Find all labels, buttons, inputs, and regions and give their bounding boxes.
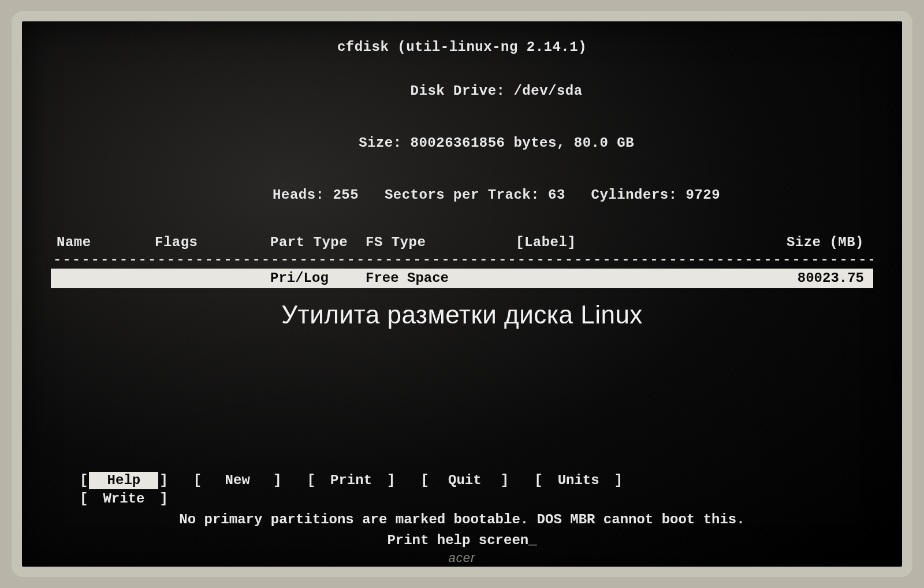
- overlay-caption: Утилита разметки диска Linux: [22, 299, 902, 330]
- status-warning: No primary partitions are marked bootabl…: [62, 511, 862, 529]
- col-fstype-header: FS Type: [366, 234, 516, 251]
- menu-print[interactable]: [Print]: [306, 472, 397, 489]
- menu-new[interactable]: [New]: [192, 472, 283, 489]
- cell-fs_type: Free Space: [366, 270, 516, 287]
- cell-label: [516, 270, 666, 287]
- menu-help[interactable]: [Help]: [79, 472, 169, 489]
- bracket-close-icon: ]: [272, 472, 282, 489]
- col-size-header: Size (MB): [666, 234, 867, 251]
- monitor-frame: cfdisk (util-linux-ng 2.14.1) Disk Drive…: [12, 11, 912, 577]
- menu-row-2: [Write]: [79, 490, 862, 508]
- disk-drive-line: Disk Drive: /dev/sda: [51, 65, 873, 117]
- status-hint: Print help screen: [62, 532, 862, 549]
- menu-label: New: [203, 472, 272, 489]
- partition-rows: Pri/LogFree Space80023.75: [51, 269, 873, 288]
- menu-area: [Help][New][Print][Quit][Units] [Write] …: [62, 472, 862, 549]
- table-row[interactable]: Pri/LogFree Space80023.75: [51, 269, 873, 288]
- columns-header: Name Flags Part Type FS Type [Label] Siz…: [51, 232, 873, 251]
- menu-row-1: [Help][New][Print][Quit][Units]: [79, 472, 862, 489]
- bracket-open-icon: [: [533, 472, 543, 489]
- bracket-open-icon: [: [79, 490, 89, 508]
- terminal-screen: cfdisk (util-linux-ng 2.14.1) Disk Drive…: [22, 21, 902, 567]
- col-label-header: [Label]: [516, 234, 666, 251]
- menu-label: Units: [544, 472, 613, 489]
- bracket-open-icon: [: [79, 472, 89, 489]
- cell-part_type: Pri/Log: [270, 270, 366, 287]
- geometry-line: Heads: 255 Sectors per Track: 63 Cylinde…: [51, 169, 873, 221]
- col-ptype-header: Part Type: [270, 234, 366, 251]
- bracket-open-icon: [: [192, 472, 203, 489]
- menu-quit[interactable]: [Quit]: [419, 472, 510, 489]
- menu-label: Quit: [430, 472, 500, 489]
- cell-size: 80023.75: [666, 270, 867, 287]
- disk-size-line: Size: 80026361856 bytes, 80.0 GB: [51, 117, 873, 169]
- menu-label: Print: [316, 472, 386, 489]
- bracket-close-icon: ]: [500, 472, 510, 489]
- app-title: cfdisk (util-linux-ng 2.14.1): [51, 39, 873, 56]
- bracket-open-icon: [: [419, 472, 430, 489]
- menu-label: Write: [89, 490, 158, 508]
- col-flags-header: Flags: [155, 234, 270, 251]
- cell-flags: [155, 270, 270, 287]
- menu-write[interactable]: [Write]: [79, 490, 169, 508]
- menu-units[interactable]: [Units]: [533, 472, 624, 489]
- header-block: cfdisk (util-linux-ng 2.14.1) Disk Drive…: [51, 39, 873, 221]
- bracket-open-icon: [: [306, 472, 316, 489]
- bracket-close-icon: ]: [158, 490, 169, 508]
- bracket-close-icon: ]: [158, 472, 169, 489]
- monitor-brand: acer: [449, 550, 476, 565]
- col-name-header: Name: [57, 234, 155, 251]
- bracket-close-icon: ]: [386, 472, 396, 489]
- menu-label: Help: [89, 472, 158, 489]
- bracket-close-icon: ]: [613, 472, 624, 489]
- cell-name: [57, 270, 155, 287]
- header-separator: ----------------------------------------…: [51, 251, 873, 269]
